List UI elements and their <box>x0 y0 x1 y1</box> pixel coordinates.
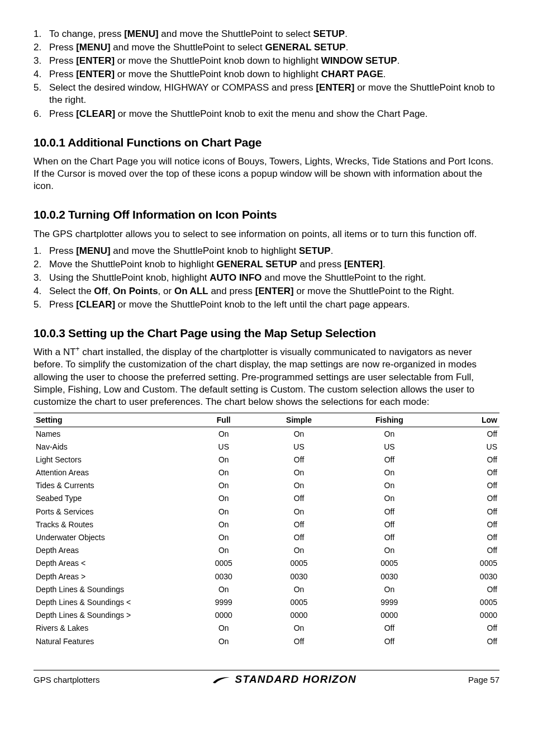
step-text: Press [MENU] and move the ShuttlePoint t… <box>49 41 499 54</box>
cell-full: US <box>192 440 255 453</box>
table-row: Underwater ObjectsOnOffOffOff <box>34 531 499 544</box>
col-low: Low <box>436 413 499 427</box>
cell-low: Off <box>436 518 499 531</box>
cell-setting: Depth Lines & Soundings < <box>34 596 192 608</box>
cell-full: On <box>192 479 255 492</box>
cell-full: On <box>192 492 255 505</box>
list-item: 1.Press [MENU] and move the ShuttlePoint… <box>34 245 499 257</box>
step-number: 5. <box>34 82 49 106</box>
cell-simple: On <box>255 479 342 492</box>
cell-setting: Depth Areas > <box>34 570 192 583</box>
list-item: 4. Press [ENTER] or move the ShuttlePoin… <box>34 68 499 81</box>
step-text: Select the desired window, HIGHWAY or CO… <box>49 82 499 106</box>
cell-full: On <box>192 505 255 518</box>
cell-low: Off <box>436 583 499 596</box>
table-row: Tides & CurrentsOnOnOnOff <box>34 479 499 492</box>
cell-setting: Tides & Currents <box>34 479 192 492</box>
step-text: Move the ShuttlePoint knob to highlight … <box>49 258 499 271</box>
cell-simple: 0005 <box>255 557 342 570</box>
table-row: Attention AreasOnOnOnOff <box>34 466 499 479</box>
cell-low: Off <box>436 492 499 505</box>
table-row: Tracks & RoutesOnOffOffOff <box>34 518 499 531</box>
table-row: Depth Areas >0030003000300030 <box>34 570 499 583</box>
table-row: Seabed TypeOnOffOnOff <box>34 492 499 505</box>
col-full: Full <box>192 413 255 427</box>
table-row: Rivers & LakesOnOnOffOff <box>34 622 499 635</box>
cell-low: Off <box>436 622 499 635</box>
cell-setting: Depth Areas <box>34 544 192 557</box>
superscript-plus: + <box>76 346 80 353</box>
section-1002-steps: 1.Press [MENU] and move the ShuttlePoint… <box>34 245 499 311</box>
cell-simple: US <box>255 440 342 453</box>
cell-setting: Tracks & Routes <box>34 518 192 531</box>
cell-setting: Underwater Objects <box>34 531 192 544</box>
cell-full: 0000 <box>192 609 255 622</box>
table-row: Ports & ServicesOnOnOffOff <box>34 505 499 518</box>
cell-simple: Off <box>255 518 342 531</box>
footer-left: GPS chartplotters <box>34 674 99 686</box>
list-item: 4.Select the Off, On Points, or On ALL a… <box>34 285 499 297</box>
list-item: 3.Using the ShuttlePoint knob, highlight… <box>34 272 499 284</box>
cell-full: On <box>192 453 255 466</box>
list-item: 2. Press [MENU] and move the ShuttlePoin… <box>34 41 499 54</box>
cell-fishing: Off <box>342 453 436 466</box>
step-text: Press [MENU] and move the ShuttlePoint k… <box>49 245 499 257</box>
step-number: 6. <box>34 108 49 120</box>
cell-low: Off <box>436 427 499 441</box>
step-number: 1. <box>34 28 49 40</box>
step-number: 3. <box>34 55 49 67</box>
cell-fishing: Off <box>342 531 436 544</box>
step-number: 1. <box>34 245 49 257</box>
step-text: Press [ENTER] or move the ShuttlePoint k… <box>49 55 499 67</box>
table-body: NamesOnOnOnOffNav-AidsUSUSUSUSLight Sect… <box>34 427 499 648</box>
page-footer: GPS chartplotters STANDARD HORIZON Page … <box>34 670 499 687</box>
step-number: 4. <box>34 68 49 81</box>
cell-setting: Ports & Services <box>34 505 192 518</box>
list-item: 6. Press [CLEAR] or move the ShuttlePoin… <box>34 108 499 120</box>
cell-low: Off <box>436 531 499 544</box>
section-1001-body: When on the Chart Page you will notice i… <box>34 155 499 192</box>
cell-full: On <box>192 635 255 648</box>
cell-setting: Natural Features <box>34 635 192 648</box>
cell-low: Off <box>436 505 499 518</box>
cell-fishing: On <box>342 492 436 505</box>
cell-full: On <box>192 518 255 531</box>
cell-setting: Seabed Type <box>34 492 192 505</box>
cell-low: 0005 <box>436 557 499 570</box>
table-header-row: Setting Full Simple Fishing Low <box>34 413 499 427</box>
cell-low: Off <box>436 453 499 466</box>
cell-setting: Light Sectors <box>34 453 192 466</box>
cell-simple: On <box>255 544 342 557</box>
col-simple: Simple <box>255 413 342 427</box>
cell-fishing: Off <box>342 622 436 635</box>
table-row: Depth AreasOnOnOnOff <box>34 544 499 557</box>
list-item: 5. Select the desired window, HIGHWAY or… <box>34 82 499 106</box>
section-heading-1002: 10.0.2 Turning Off Information on Icon P… <box>34 207 499 222</box>
list-item: 5.Press [CLEAR] or move the ShuttlePoint… <box>34 299 499 311</box>
section-1003-body: With a NT+ chart installed, the display … <box>34 346 499 408</box>
table-row: Nav-AidsUSUSUSUS <box>34 440 499 453</box>
cell-simple: On <box>255 466 342 479</box>
col-fishing: Fishing <box>342 413 436 427</box>
cell-full: On <box>192 427 255 441</box>
cell-full: 9999 <box>192 596 255 608</box>
cell-full: 0005 <box>192 557 255 570</box>
cell-fishing: On <box>342 479 436 492</box>
cell-simple: 0030 <box>255 570 342 583</box>
cell-low: 0005 <box>436 596 499 608</box>
step-text: Press [CLEAR] or move the ShuttlePoint k… <box>49 299 499 311</box>
cell-low: 0030 <box>436 570 499 583</box>
cell-simple: Off <box>255 531 342 544</box>
list-item: 2.Move the ShuttlePoint knob to highligh… <box>34 258 499 271</box>
cell-fishing: 9999 <box>342 596 436 608</box>
cell-simple: 0005 <box>255 596 342 608</box>
cell-simple: Off <box>255 453 342 466</box>
table-row: Depth Lines & Soundings <999900059999000… <box>34 596 499 608</box>
cell-fishing: On <box>342 427 436 441</box>
step-text: Press [ENTER] or move the ShuttlePoint k… <box>49 68 499 81</box>
cell-setting: Nav-Aids <box>34 440 192 453</box>
cell-simple: 0000 <box>255 609 342 622</box>
cell-setting: Attention Areas <box>34 466 192 479</box>
cell-fishing: Off <box>342 518 436 531</box>
cell-full: On <box>192 544 255 557</box>
